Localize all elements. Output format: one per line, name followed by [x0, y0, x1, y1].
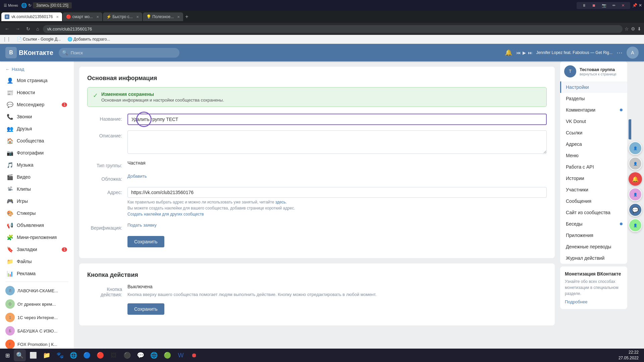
tab-3[interactable]: 💡 Полезное... ✕: [143, 12, 183, 21]
tab-close-active[interactable]: ✕: [56, 15, 59, 19]
save-btn[interactable]: Сохранить: [127, 236, 164, 247]
vk-logo[interactable]: В ВКонтакте: [5, 47, 53, 58]
new-tab-btn[interactable]: +: [184, 12, 190, 21]
nav-settings[interactable]: Настройки: [560, 81, 627, 93]
back-btn[interactable]: ← Назад: [0, 64, 74, 74]
nav-api-link[interactable]: Работа с API: [561, 161, 627, 173]
url-input[interactable]: [43, 25, 623, 33]
sidebar-item-messenger[interactable]: 💬 Мессенджер 1: [1, 99, 72, 111]
nav-sections-link[interactable]: Разделы: [561, 93, 627, 104]
monetize-link[interactable]: Подробнее: [565, 299, 587, 304]
download-icon[interactable]: ⬇: [637, 26, 641, 32]
nav-site-link[interactable]: Сайт из сообщества: [561, 207, 627, 218]
cover-link[interactable]: Добавить: [127, 174, 147, 179]
nav-menu-link[interactable]: Меню: [561, 150, 627, 161]
float-notification[interactable]: 🔔: [629, 172, 642, 186]
bookmark-1[interactable]: 🌐 Добавить подзаго...: [65, 36, 112, 42]
tab-active[interactable]: В vk.com/club213560176 ✕: [1, 12, 62, 21]
bookmark-0[interactable]: 📄 Ссылки - Google Д...: [15, 36, 63, 42]
apps-icon[interactable]: ⋮⋮: [3, 37, 11, 42]
nav-addresses-link[interactable]: Адреса: [561, 138, 627, 150]
nav-transfers[interactable]: Денежные переводы: [560, 241, 627, 252]
nav-apps[interactable]: Приложения: [560, 230, 627, 241]
sidebar-item-games[interactable]: 🎮 Игры: [1, 195, 72, 207]
sidebar-item-files[interactable]: 📁 Файлы: [1, 255, 72, 267]
sidebar-item-calls[interactable]: 📞 Звонки: [1, 111, 72, 123]
sidebar-item-communities[interactable]: 🏠 Сообщества: [1, 135, 72, 147]
addr-input[interactable]: [127, 187, 547, 198]
nav-api[interactable]: Работа с API: [560, 161, 627, 173]
sidebar-item-friends[interactable]: 👥 Друзья: [1, 123, 72, 135]
nav-apps-link[interactable]: Приложения: [561, 230, 627, 241]
vk-messenger-float[interactable]: 💬: [629, 203, 642, 217]
verif-link[interactable]: Подать заявку: [127, 223, 157, 228]
action-save-btn[interactable]: Сохранить: [127, 303, 164, 315]
reload-btn[interactable]: ↻: [24, 25, 32, 32]
nav-journal[interactable]: Журнал действий: [560, 252, 627, 264]
nav-journal-link[interactable]: Журнал действий: [561, 252, 627, 264]
close-recording-btn[interactable]: ✕: [620, 3, 626, 8]
float-avatar-3[interactable]: 👤: [629, 219, 642, 232]
taskbar-app1[interactable]: ⚫: [121, 349, 133, 361]
nav-donut[interactable]: VK Donut: [560, 116, 627, 127]
taskbar-browser[interactable]: 🌐: [67, 349, 79, 361]
sidebar-item-stickers[interactable]: 🎨 Стикеры: [1, 207, 72, 219]
nav-chats[interactable]: Беседы: [560, 218, 627, 230]
float-avatar-1[interactable]: 👤: [629, 157, 642, 170]
taskbar-apps[interactable]: 🐾: [54, 349, 66, 361]
tab-close-2[interactable]: ✕: [136, 15, 139, 19]
sidebar-item-photos[interactable]: 📷 Фотографии: [1, 147, 72, 159]
sidebar-item-ads2[interactable]: 📊 Реклама: [1, 267, 72, 280]
taskbar-explorer[interactable]: 📁: [41, 349, 53, 361]
tab-1[interactable]: 🔴 смарт мо... ✕: [63, 12, 102, 21]
addr-hint-link2[interactable]: Создать наклейки для других сообществ: [127, 212, 204, 217]
tab-close-3[interactable]: ✕: [177, 15, 180, 19]
nav-sections[interactable]: Разделы: [560, 93, 627, 104]
taskbar-search[interactable]: 🔍: [14, 349, 26, 361]
nav-messages-link[interactable]: Сообщения: [561, 195, 627, 207]
apps-grid-icon[interactable]: ⋯: [616, 49, 623, 56]
sidebar-community-2[interactable]: 1 1С через Интерне...: [0, 311, 74, 324]
sidebar-item-video[interactable]: 🎬 Видео: [1, 171, 72, 183]
nav-members[interactable]: Участники: [560, 184, 627, 195]
nav-stories[interactable]: Истории: [560, 173, 627, 184]
nav-donut-link[interactable]: VK Donut: [561, 116, 627, 127]
taskbar-chrome[interactable]: 🌐: [148, 349, 160, 361]
camera-btn[interactable]: 📷: [600, 3, 608, 8]
nav-menu[interactable]: Меню: [560, 150, 627, 161]
taskbar-pshop[interactable]: 🖼: [108, 349, 120, 361]
nav-comments-link[interactable]: Комментарии: [561, 104, 627, 116]
taskbar-skype[interactable]: 🔵: [81, 349, 93, 361]
menu-btn[interactable]: ☰ Меню: [2, 3, 20, 8]
back-btn[interactable]: ←: [3, 25, 11, 32]
desc-input[interactable]: [127, 130, 547, 154]
float-avatar-0[interactable]: 👤: [629, 141, 642, 155]
nav-messages[interactable]: Сообщения: [560, 195, 627, 207]
pause-btn[interactable]: ⏸: [581, 3, 588, 8]
edit-btn[interactable]: ✏: [611, 3, 617, 8]
nav-comments[interactable]: Комментарии: [560, 104, 627, 116]
taskbar-rec[interactable]: ⏺: [188, 349, 200, 361]
group-header[interactable]: Т Тестовая группа вернуться к странице: [560, 61, 627, 81]
nav-chats-link[interactable]: Беседы: [561, 218, 627, 230]
notifications-icon[interactable]: 🔔: [505, 49, 512, 56]
nav-transfers-link[interactable]: Денежные переводы: [561, 241, 627, 252]
sidebar-community-1[interactable]: О От древних врем...: [0, 297, 74, 311]
windows-start-btn[interactable]: ⊞: [3, 351, 12, 360]
star-icon[interactable]: ☆: [625, 26, 629, 32]
nav-addresses[interactable]: Адреса: [560, 138, 627, 150]
sidebar-item-news[interactable]: 📰 Новости: [1, 86, 72, 99]
nav-site[interactable]: Сайт из сообщества: [560, 207, 627, 218]
sidebar-item-miniapps[interactable]: 🧩 Мини-приложения: [1, 231, 72, 243]
nav-members-link[interactable]: Участники: [561, 184, 627, 195]
float-avatar-2[interactable]: 👤: [629, 188, 642, 201]
sidebar-item-bookmarks[interactable]: 🔖 Закладки 1: [1, 243, 72, 255]
search-input[interactable]: [59, 48, 179, 58]
sidebar-community-3[interactable]: Б БАБУШКА С ИЗЮ...: [0, 324, 74, 338]
play-icon[interactable]: ▶: [523, 50, 526, 55]
chat-panel-toggle[interactable]: [629, 119, 631, 139]
taskbar-app2[interactable]: 🟢: [161, 349, 173, 361]
taskbar-opera[interactable]: 🔴: [94, 349, 106, 361]
nav-stories-link[interactable]: Истории: [561, 173, 627, 184]
taskbar-word[interactable]: W: [175, 349, 187, 361]
